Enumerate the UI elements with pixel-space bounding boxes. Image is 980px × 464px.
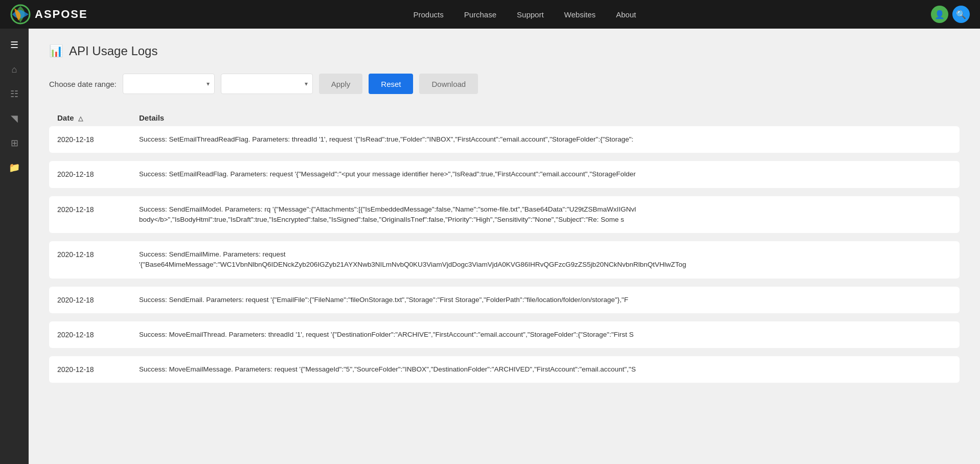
log-details: Success: MoveEmailThread. Parameters: th… <box>139 330 951 340</box>
page-title-icon: 📊 <box>49 44 63 58</box>
main-layout: ☰ ⌂ ☷ ◥ ⊞ 📁 📊 API Usage Logs Choose date… <box>0 29 980 464</box>
download-button[interactable]: Download <box>419 74 478 94</box>
date-from-select[interactable] <box>123 74 215 94</box>
list-item: 2020-12-18Success: SendEmailMime. Parame… <box>49 241 960 279</box>
log-date: 2020-12-18 <box>57 364 139 374</box>
list-item: 2020-12-18Success: MoveEmailThread. Para… <box>49 321 960 348</box>
reset-button[interactable]: Reset <box>369 74 413 94</box>
sidebar-layers-icon[interactable]: ◥ <box>4 108 25 129</box>
nav-about[interactable]: About <box>616 10 636 19</box>
search-button[interactable]: 🔍 <box>952 6 970 23</box>
logo-area: ASPOSE <box>10 4 88 25</box>
log-details: Success: SendEmailMime. Parameters: requ… <box>139 249 951 270</box>
apply-button[interactable]: Apply <box>319 74 363 94</box>
filter-row: Choose date range: Apply Reset Download <box>49 74 960 94</box>
nav-links: Products Purchase Support Websites About <box>119 10 931 19</box>
date-to-wrapper <box>221 74 313 94</box>
logo-text: ASPOSE <box>35 8 88 21</box>
sort-asc-icon: △ <box>78 115 83 122</box>
details-column-header: Details <box>139 113 951 122</box>
list-item: 2020-12-18Success: SetEmailReadFlag. Par… <box>49 161 960 188</box>
page-header: 📊 API Usage Logs <box>49 44 960 58</box>
page-title: API Usage Logs <box>69 44 157 58</box>
log-date: 2020-12-18 <box>57 330 139 339</box>
list-item: 2020-12-18Success: SetEmailThreadReadFla… <box>49 126 960 153</box>
nav-products[interactable]: Products <box>413 10 443 19</box>
aspose-logo-icon <box>10 4 31 25</box>
nav-purchase[interactable]: Purchase <box>464 10 496 19</box>
list-item: 2020-12-18Success: SendEmail. Parameters… <box>49 287 960 313</box>
table-header: Date △ Details <box>49 109 960 126</box>
top-nav: ASPOSE Products Purchase Support Website… <box>0 0 980 29</box>
sidebar-home-icon[interactable]: ⌂ <box>4 59 25 80</box>
filter-label: Choose date range: <box>49 80 117 88</box>
list-item: 2020-12-18Success: SendEmailModel. Param… <box>49 196 960 234</box>
content-area: 📊 API Usage Logs Choose date range: Appl… <box>29 29 980 464</box>
date-column-header[interactable]: Date △ <box>57 113 139 122</box>
log-date: 2020-12-18 <box>57 134 139 144</box>
nav-support[interactable]: Support <box>517 10 544 19</box>
log-date: 2020-12-18 <box>57 204 139 214</box>
log-details: Success: SendEmailModel. Parameters: rq … <box>139 204 951 225</box>
sidebar-billing-icon[interactable]: ☷ <box>4 84 25 104</box>
left-sidebar: ☰ ⌂ ☷ ◥ ⊞ 📁 <box>0 29 29 464</box>
date-from-wrapper <box>123 74 215 94</box>
log-details: Success: SetEmailThreadReadFlag. Paramet… <box>139 134 951 145</box>
log-details: Success: MoveEmailMessage. Parameters: r… <box>139 364 951 375</box>
log-date: 2020-12-18 <box>57 169 139 178</box>
list-item: 2020-12-18Success: MoveEmailMessage. Par… <box>49 356 960 383</box>
sidebar-grid-icon[interactable]: ⊞ <box>4 133 25 153</box>
nav-right: 👤 🔍 <box>931 6 970 23</box>
log-date: 2020-12-18 <box>57 249 139 259</box>
log-table: 2020-12-18Success: SetEmailThreadReadFla… <box>49 126 960 387</box>
log-details: Success: SendEmail. Parameters: request … <box>139 295 951 305</box>
nav-websites[interactable]: Websites <box>564 10 596 19</box>
log-details: Success: SetEmailReadFlag. Parameters: r… <box>139 169 951 179</box>
sidebar-folder-icon[interactable]: 📁 <box>4 157 25 178</box>
user-account-button[interactable]: 👤 <box>931 6 948 23</box>
sidebar-menu-toggle[interactable]: ☰ <box>4 35 25 55</box>
log-date: 2020-12-18 <box>57 295 139 304</box>
date-to-select[interactable] <box>221 74 313 94</box>
